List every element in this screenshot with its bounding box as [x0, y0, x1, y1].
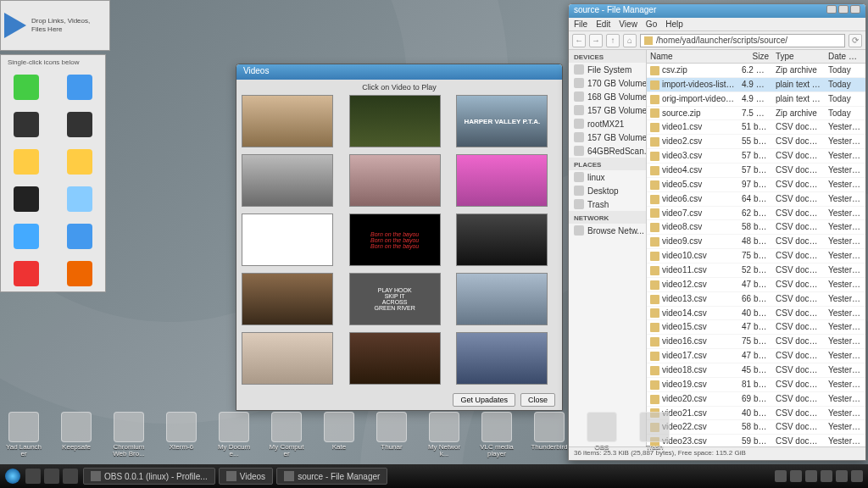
yad-portal-icon[interactable]: [67, 112, 92, 137]
file-row[interactable]: orig-import-videos-list.sou...4.9 KiBpla…: [647, 92, 865, 107]
location-input[interactable]: /home/yad/launcher/scripts/source/: [640, 34, 845, 47]
file-row[interactable]: import-videos-list.source4.9 KiBplain te…: [647, 78, 865, 92]
video-thumb[interactable]: [242, 214, 333, 266]
quicklaunch-icon[interactable]: [25, 469, 41, 484]
file-row[interactable]: video13.csv66 bytesCSV documentYesterday: [647, 292, 865, 307]
quicklaunch-icon[interactable]: [44, 469, 59, 484]
video-window-titlebar[interactable]: Videos: [236, 64, 562, 80]
file-row[interactable]: video2.csv55 bytesCSV documentYesterday: [647, 135, 865, 149]
sidebar-item[interactable]: 157 GB Volume: [569, 130, 646, 144]
file-row[interactable]: video11.csv52 bytesCSV documentYesterday: [647, 263, 865, 278]
file-row[interactable]: video8.csv58 bytesCSV documentYesterday: [647, 220, 865, 235]
reload-icon[interactable]: ⟳: [849, 34, 862, 47]
desktop-icon[interactable]: My Network...: [426, 412, 463, 458]
file-row[interactable]: video22.csv58 bytesCSV documentYesterday: [647, 420, 865, 435]
refresh-icon[interactable]: [67, 186, 92, 212]
back-icon[interactable]: ←: [572, 34, 586, 47]
add-icon[interactable]: [14, 75, 39, 100]
fm-titlebar[interactable]: source - File Manager: [569, 4, 865, 18]
file-row[interactable]: video9.csv48 bytesCSV documentYesterday: [647, 235, 865, 249]
sidebar-item[interactable]: linux: [569, 170, 646, 184]
menu-file[interactable]: File: [574, 19, 587, 29]
sidebar-item[interactable]: 157 GB Volume: [569, 103, 646, 117]
folder-icon[interactable]: [14, 149, 39, 175]
sidebar-item[interactable]: Browse Netw...: [569, 224, 646, 237]
sidebar-item[interactable]: 168 GB Volume: [569, 90, 646, 103]
file-row[interactable]: video12.csv47 bytesCSV documentYesterday: [647, 278, 865, 292]
desktop-icon[interactable]: Trash: [636, 412, 673, 458]
drop-panel[interactable]: Drop Links, Videos, Files Here: [0, 0, 110, 51]
video-thumb[interactable]: [349, 95, 441, 147]
file-row[interactable]: video14.csv40 bytesCSV documentYesterday: [647, 307, 865, 321]
video-thumb[interactable]: [242, 332, 333, 385]
sidebar-item[interactable]: File System: [569, 63, 646, 76]
col-date[interactable]: Date Modified: [825, 50, 865, 63]
file-row[interactable]: video20.csv69 bytesCSV documentYesterday: [647, 392, 865, 407]
video-thumb[interactable]: [456, 332, 548, 385]
taskbar-task[interactable]: Videos: [219, 468, 273, 485]
file-row[interactable]: source.zip7.5 KiBZip archiveToday: [647, 107, 865, 121]
taskbar-task[interactable]: source - File Manager: [276, 468, 387, 485]
yadgui-icon[interactable]: [14, 112, 39, 137]
tray-icon[interactable]: [790, 470, 802, 482]
video-thumb[interactable]: Born on the bayou Born on the bayou Born…: [349, 214, 441, 266]
tray-icon[interactable]: [775, 470, 787, 482]
file-row[interactable]: video16.csv75 bytesCSV documentYesterday: [647, 335, 865, 349]
close-icon[interactable]: [850, 5, 860, 14]
menu-edit[interactable]: Edit: [596, 19, 610, 29]
video-thumb[interactable]: [349, 154, 441, 207]
video-thumb[interactable]: HARPER VALLEY P.T.A.: [456, 95, 548, 147]
file-row[interactable]: video6.csv64 bytesCSV documentYesterday: [647, 192, 865, 207]
video-thumb[interactable]: [242, 273, 333, 325]
file-row[interactable]: video21.csv40 bytesCSV documentYesterday: [647, 407, 865, 421]
desktop-icon[interactable]: Chromium Web Bro...: [110, 412, 147, 458]
file-row[interactable]: video5.csv97 bytesCSV documentYesterday: [647, 178, 865, 192]
file-row[interactable]: video17.csv47 bytesCSV documentYesterday: [647, 349, 865, 363]
menu-go[interactable]: Go: [646, 19, 657, 29]
taskbar-task[interactable]: OBS 0.0.1 (linux) - Profile...: [83, 468, 215, 485]
forward-icon[interactable]: →: [589, 34, 603, 47]
file-row[interactable]: csv.zip6.2 KiBZip archiveToday: [647, 64, 865, 78]
file-row[interactable]: video1.csv51 bytesCSV documentYesterday: [647, 120, 865, 135]
desktop-icon[interactable]: Thunar: [373, 412, 410, 458]
menu-help[interactable]: Help: [665, 19, 683, 29]
file-row[interactable]: video10.csv75 bytesCSV documentYesterday: [647, 249, 865, 263]
file-row[interactable]: video23.csv59 bytesCSV documentYesterday: [647, 435, 865, 446]
desktop-icon[interactable]: My Computer: [268, 412, 305, 458]
video-thumb[interactable]: [456, 154, 548, 207]
desktop-icon[interactable]: OBS: [583, 412, 620, 458]
terminal-icon[interactable]: [14, 186, 39, 212]
file-row[interactable]: video15.csv47 bytesCSV documentYesterday: [647, 320, 865, 335]
video-thumb[interactable]: [456, 273, 548, 325]
file-row[interactable]: video19.csv81 bytesCSV documentYesterday: [647, 378, 865, 392]
home-icon[interactable]: ⌂: [623, 34, 637, 47]
desktop-icon[interactable]: Keepsafe: [58, 412, 95, 458]
player-icon[interactable]: [67, 224, 92, 249]
video-thumb[interactable]: [456, 214, 548, 266]
sidebar-item[interactable]: Trash: [569, 197, 646, 211]
file-row[interactable]: video3.csv57 bytesCSV documentYesterday: [647, 149, 865, 164]
tray-icon[interactable]: [851, 470, 863, 482]
get-updates-button[interactable]: Get Upadates: [453, 393, 515, 407]
tray-icon[interactable]: [821, 470, 832, 482]
files-icon[interactable]: [67, 149, 92, 175]
desktop-icon[interactable]: VLC media player: [478, 412, 515, 458]
video-thumb[interactable]: [242, 154, 333, 207]
desktop-icon[interactable]: Kate: [320, 412, 358, 458]
quicklaunch-icon[interactable]: [63, 469, 78, 484]
note-icon[interactable]: [14, 224, 39, 249]
file-row[interactable]: video4.csv57 bytesCSV documentYesterday: [647, 164, 865, 178]
desktop-icon[interactable]: Yad Launcher: [5, 412, 42, 458]
video-thumb[interactable]: [242, 95, 333, 147]
power-icon[interactable]: [67, 261, 92, 286]
video-thumb[interactable]: [349, 332, 441, 385]
sidebar-item[interactable]: 64GBRedScan...: [569, 144, 646, 158]
up-icon[interactable]: ↑: [606, 34, 620, 47]
desktop-icon[interactable]: Thunderbird: [531, 412, 568, 458]
start-menu-icon[interactable]: [5, 469, 20, 484]
col-name[interactable]: Name: [647, 50, 738, 63]
sidebar-item[interactable]: rootMX21: [569, 117, 646, 130]
close-button[interactable]: Close: [520, 393, 555, 407]
col-size[interactable]: Size: [738, 50, 772, 63]
desktop-icon[interactable]: My Docume...: [215, 412, 253, 458]
